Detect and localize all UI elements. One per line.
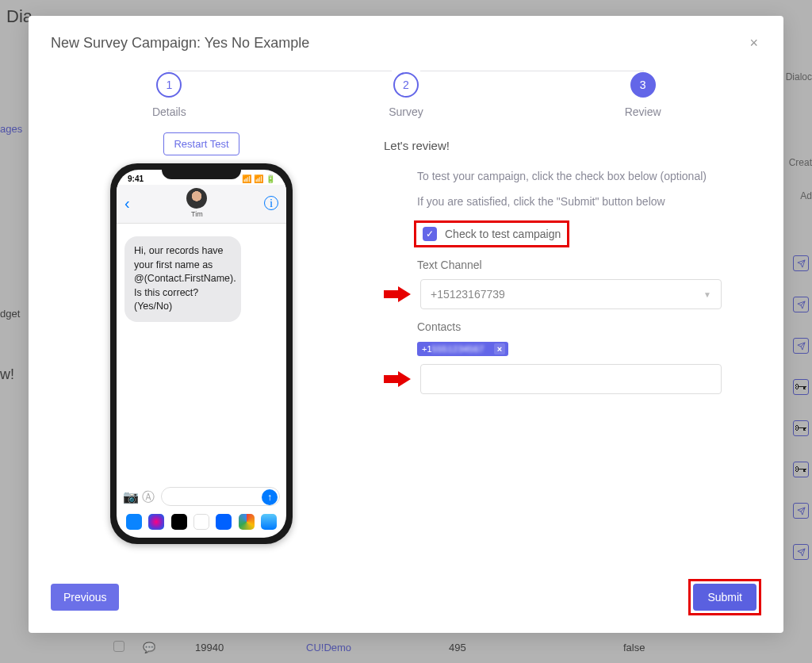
info-icon[interactable]: i [264, 196, 278, 210]
phone-screen: 9:41 📶 📶 🔋 ‹ Tim i Hi, our records have … [117, 170, 286, 538]
phone-input-bar: 📷 Ⓐ ↑ [117, 484, 286, 509]
phone-messages: Hi, our records have your first name as … [117, 224, 286, 477]
appstore-icon[interactable]: Ⓐ [142, 489, 156, 504]
phone-app-tray [117, 512, 286, 531]
text-channel-row: +15123167739 ▼ [384, 279, 761, 309]
step-survey[interactable]: 2 Survey [288, 72, 525, 118]
step-number: 2 [393, 72, 419, 98]
phone-notch [162, 163, 241, 179]
chevron-down-icon: ▼ [703, 290, 711, 299]
app-icon[interactable] [261, 514, 277, 530]
stepper: 1 Details 2 Survey 3 Review [29, 58, 783, 125]
photos-icon[interactable] [239, 514, 255, 530]
phone-header: ‹ Tim i [117, 185, 286, 224]
restart-test-button[interactable]: Restart Test [163, 132, 239, 155]
dropbox-icon[interactable] [216, 514, 232, 530]
contacts-label: Contacts [384, 320, 761, 333]
checkbox-checked-icon[interactable]: ✓ [423, 227, 437, 241]
review-instruction-1: To test your campaign, click the check b… [384, 170, 761, 182]
modal-title: New Survey Campaign: Yes No Example [51, 35, 309, 52]
annotation-arrow-icon [384, 371, 412, 387]
contact-name: Tim [186, 210, 207, 218]
checkbox-label: Check to test campaign [445, 228, 561, 240]
modal-header: New Survey Campaign: Yes No Example × [29, 16, 783, 58]
step-label: Review [524, 105, 761, 118]
phone-signal-icons: 📶 📶 🔋 [242, 174, 275, 183]
step-label: Details [51, 105, 288, 118]
test-campaign-checkbox-row[interactable]: ✓ Check to test campaign [414, 220, 569, 247]
close-button[interactable]: × [746, 35, 761, 52]
app-icon[interactable] [193, 514, 209, 530]
app-icon[interactable] [126, 514, 142, 530]
text-channel-label: Text Channel [384, 259, 761, 271]
submit-highlight: Submit [688, 579, 761, 615]
send-icon[interactable]: ↑ [262, 489, 278, 505]
review-column: Let's review! To test your campaign, cli… [384, 132, 761, 557]
contacts-input-row [384, 364, 761, 394]
avatar [186, 188, 207, 209]
app-icon[interactable] [148, 514, 164, 530]
contact-tag-redacted: 5551234567 [432, 344, 485, 354]
review-heading: Let's review! [384, 139, 761, 152]
step-number: 1 [156, 72, 182, 98]
step-connector [420, 71, 644, 71]
modal-footer: Previous Submit [29, 565, 783, 633]
apple-pay-icon[interactable] [171, 514, 187, 530]
text-channel-select[interactable]: +15123167739 ▼ [420, 279, 722, 309]
step-details[interactable]: 1 Details [51, 72, 288, 118]
message-bubble: Hi, our records have your first name as … [124, 236, 241, 322]
submit-button[interactable]: Submit [693, 584, 756, 611]
remove-tag-icon[interactable]: × [494, 343, 505, 354]
review-instruction-2: If you are satisfied, click the "Submit"… [384, 195, 761, 208]
previous-button[interactable]: Previous [51, 584, 119, 611]
step-number: 3 [630, 72, 656, 98]
step-label: Survey [288, 105, 525, 118]
annotation-arrow-icon [384, 286, 412, 302]
phone-preview: 9:41 📶 📶 🔋 ‹ Tim i Hi, our records have … [110, 163, 293, 544]
preview-column: Restart Test 9:41 📶 📶 🔋 ‹ Tim i [51, 132, 352, 557]
step-connector [168, 71, 392, 71]
phone-time: 9:41 [128, 174, 144, 183]
phone-contact[interactable]: Tim [186, 188, 207, 218]
phone-text-input[interactable]: ↑ [161, 487, 280, 506]
step-review[interactable]: 3 Review [524, 72, 761, 118]
select-value: +15123167739 [431, 288, 505, 301]
contact-tag-prefix: +1 [422, 344, 432, 354]
campaign-modal: New Survey Campaign: Yes No Example × 1 … [29, 16, 783, 633]
camera-icon[interactable]: 📷 [123, 489, 137, 504]
back-icon[interactable]: ‹ [124, 194, 130, 213]
contact-tag[interactable]: +15551234567 × [417, 342, 508, 356]
modal-body: Restart Test 9:41 📶 📶 🔋 ‹ Tim i [29, 125, 783, 565]
contacts-input[interactable] [420, 364, 722, 394]
